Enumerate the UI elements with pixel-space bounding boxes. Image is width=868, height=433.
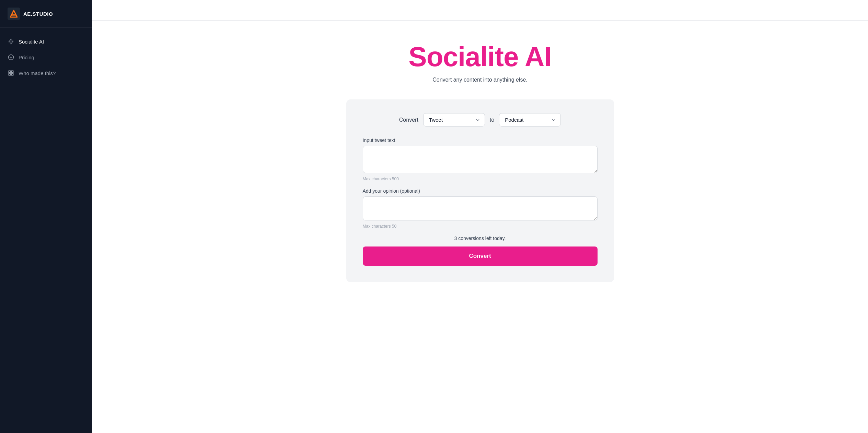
input-text-group: Input tweet text Max characters 500	[363, 137, 598, 181]
main-body: Socialite AI Convert any content into an…	[92, 21, 868, 433]
opinion-text-area[interactable]	[363, 196, 598, 220]
sidebar-item-label-pricing: Pricing	[19, 55, 34, 60]
input-char-limit: Max characters 500	[363, 177, 598, 181]
opinion-group: Add your opinion (optional) Max characte…	[363, 188, 598, 229]
convert-button[interactable]: Convert	[363, 246, 598, 266]
svg-rect-12	[12, 74, 13, 75]
svg-rect-10	[12, 71, 13, 72]
lightning-icon	[8, 38, 14, 45]
sidebar-item-label-socialite-ai: Socialite AI	[19, 39, 44, 45]
svg-rect-11	[9, 74, 10, 75]
converter-card: Convert Tweet Article Blog Post Video Sc…	[346, 99, 614, 282]
input-text-label: Input tweet text	[363, 137, 598, 143]
main-content: Socialite AI Convert any content into an…	[92, 0, 868, 433]
sidebar-item-who-made-this[interactable]: Who made this?	[0, 65, 92, 81]
opinion-label: Add your opinion (optional)	[363, 188, 598, 194]
sidebar-item-pricing[interactable]: Pricing	[0, 50, 92, 65]
dollar-circle-icon	[8, 54, 14, 61]
target-select[interactable]: Podcast Article Blog Post Tweet Email Vi…	[499, 113, 561, 127]
convert-label: Convert	[399, 117, 418, 123]
grid-icon	[8, 70, 14, 76]
opinion-char-limit: Max characters 50	[363, 224, 598, 229]
convert-row: Convert Tweet Article Blog Post Video Sc…	[363, 113, 598, 127]
svg-marker-5	[9, 39, 13, 44]
to-label: to	[490, 117, 494, 123]
input-text-area[interactable]	[363, 146, 598, 173]
sidebar-item-label-who-made-this: Who made this?	[19, 70, 56, 76]
source-select[interactable]: Tweet Article Blog Post Video Script Ema…	[423, 113, 485, 127]
conversions-left: 3 conversions left today.	[363, 236, 598, 241]
svg-rect-9	[9, 71, 10, 72]
page-subtitle: Convert any content into anything else.	[432, 77, 528, 83]
logo-text: AE.STUDIO	[23, 11, 53, 17]
main-header	[92, 0, 868, 21]
svg-rect-0	[8, 8, 20, 20]
sidebar-navigation: Socialite AI Pricing	[0, 28, 92, 87]
sidebar-item-socialite-ai[interactable]: Socialite AI	[0, 34, 92, 49]
sidebar: AE.STUDIO Socialite AI Pricing	[0, 0, 92, 433]
logo-area: AE.STUDIO	[0, 0, 92, 28]
ae-studio-logo-icon	[8, 8, 20, 20]
page-title: Socialite AI	[408, 41, 551, 73]
